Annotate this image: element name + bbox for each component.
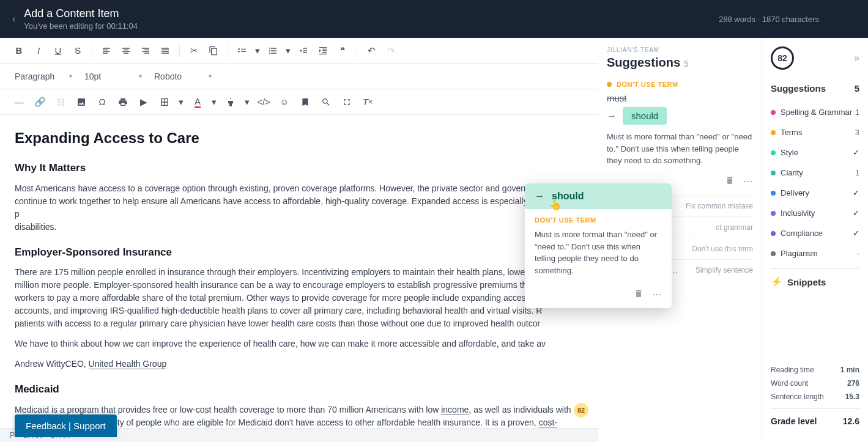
indent-button[interactable] bbox=[314, 42, 332, 60]
suggestion-description: Must is more formal than "need" or "need… bbox=[607, 131, 753, 167]
highlight-button[interactable] bbox=[221, 93, 240, 111]
toolbar-insert: — 🔗 ⛓ Ω ▶ ▾ A ▾ ▾ </> ☺ T× bbox=[0, 89, 598, 115]
print-button[interactable] bbox=[114, 93, 132, 111]
doc-h2-employer: Employer-Sponsored Insurance bbox=[15, 245, 584, 260]
outdent-button[interactable] bbox=[294, 42, 313, 60]
bullet-options-icon[interactable]: ▾ bbox=[253, 42, 262, 60]
undo-button[interactable]: ↶ bbox=[362, 42, 380, 60]
redo-button[interactable]: ↷ bbox=[382, 42, 400, 60]
toolbar-formatting: B I U S ✂ ▾ ▾ ❝ ↶ ↷ bbox=[0, 38, 598, 64]
word-count-label: Word count bbox=[771, 379, 808, 388]
dismiss-icon[interactable] bbox=[725, 175, 735, 188]
category-row[interactable]: Compliance✓ bbox=[771, 223, 859, 243]
edit-timer: You've been editing for 00:11:04 bbox=[24, 21, 138, 31]
doc-h1: Expanding Access to Care bbox=[15, 127, 584, 149]
reading-time-label: Reading time bbox=[771, 366, 814, 374]
suggestions-count: 5 bbox=[684, 59, 689, 68]
link-uhg[interactable]: United Health Group bbox=[89, 359, 167, 369]
term-dot-icon bbox=[607, 82, 612, 87]
quote-button[interactable]: ❝ bbox=[333, 42, 352, 60]
stats-column: 82 » Suggestions5 Spelling & Grammar1Ter… bbox=[762, 38, 868, 442]
editor-column: B I U S ✂ ▾ ▾ ❝ ↶ ↷ Paragraph▾ bbox=[0, 38, 598, 442]
para-3: We have to think about how we can improv… bbox=[15, 337, 584, 350]
fullscreen-button[interactable] bbox=[338, 93, 356, 111]
feedback-button[interactable]: Feedback | Support bbox=[15, 414, 117, 437]
fontfamily-select[interactable]: Roboto▾ bbox=[149, 69, 217, 84]
bullet-list-button[interactable] bbox=[233, 42, 251, 60]
textcolor-button[interactable]: A bbox=[188, 93, 207, 111]
copy-button[interactable] bbox=[204, 42, 223, 60]
suggestions-title: Suggestions bbox=[607, 56, 680, 70]
align-justify-button[interactable] bbox=[156, 42, 174, 60]
more-icon[interactable]: ⋯ bbox=[743, 175, 753, 187]
textcolor-options-icon[interactable]: ▾ bbox=[209, 93, 219, 111]
category-row[interactable]: Plagiarism- bbox=[771, 243, 859, 263]
sentence-length-value: 15.3 bbox=[845, 392, 859, 401]
bolt-icon: ⚡ bbox=[771, 276, 782, 287]
emoji-button[interactable]: ☺ bbox=[275, 93, 294, 111]
align-left-button[interactable] bbox=[97, 42, 116, 60]
category-row[interactable]: Delivery✓ bbox=[771, 183, 859, 203]
app-header: ‹ Add a Content Item You've been editing… bbox=[0, 0, 868, 38]
grade-level-label: Grade level bbox=[771, 416, 817, 426]
search-button[interactable] bbox=[317, 93, 335, 111]
inline-score-badge[interactable]: 82 bbox=[574, 403, 588, 418]
category-row[interactable]: Clarity1 bbox=[771, 163, 859, 183]
popup-apply-row[interactable]: → should bbox=[525, 183, 672, 209]
category-row[interactable]: Spelling & Grammar1 bbox=[771, 102, 859, 122]
expand-icon[interactable]: » bbox=[854, 53, 859, 64]
popup-replacement: should bbox=[552, 191, 584, 202]
table-options-icon[interactable]: ▾ bbox=[176, 93, 186, 111]
bold-button[interactable]: B bbox=[10, 42, 28, 60]
numbered-list-button[interactable] bbox=[264, 42, 282, 60]
video-button[interactable]: ▶ bbox=[135, 93, 153, 111]
arrow-icon: → bbox=[607, 111, 617, 122]
back-icon[interactable]: ‹ bbox=[12, 13, 15, 24]
reading-time-value: 1 min bbox=[840, 366, 859, 374]
editor-content[interactable]: Expanding Access to Care Why It Matters … bbox=[0, 115, 598, 442]
unlink-button[interactable]: ⛓ bbox=[51, 93, 70, 111]
fontsize-select[interactable]: 10pt▾ bbox=[80, 69, 147, 84]
paragraph-select[interactable]: Paragraph▾ bbox=[10, 69, 77, 84]
bookmark-button[interactable] bbox=[296, 93, 314, 111]
snippets-row[interactable]: ⚡Snippets bbox=[771, 268, 859, 295]
code-button[interactable]: </> bbox=[254, 93, 273, 111]
suggestion-replacement[interactable]: should bbox=[623, 107, 667, 125]
para-2: There are 175 million people enrolled in… bbox=[15, 266, 584, 330]
team-label: JILLIAN'S TEAM bbox=[607, 46, 753, 53]
highlight-options-icon[interactable]: ▾ bbox=[242, 93, 252, 111]
popup-description: Must is more formal than "need" or "need… bbox=[535, 229, 662, 276]
image-button[interactable] bbox=[72, 93, 91, 111]
category-row[interactable]: Style✓ bbox=[771, 142, 859, 163]
italic-button[interactable]: I bbox=[29, 42, 48, 60]
toolbar-style: Paragraph▾ 10pt▾ Roboto▾ bbox=[0, 64, 598, 89]
para-4: Andrew WittyCEO, United Health Group bbox=[15, 358, 584, 370]
suggestion-tag: DON'T USE TERM bbox=[617, 81, 678, 88]
strike-button[interactable]: S bbox=[69, 42, 87, 60]
doc-h2-medicaid: Medicaid bbox=[15, 381, 584, 397]
suggestion-strike: must bbox=[607, 93, 753, 103]
suggestion-card-expanded[interactable]: DON'T USE TERM must →should Must is more… bbox=[607, 81, 753, 188]
word-count-value: 276 bbox=[847, 379, 859, 388]
clear-format-button[interactable]: T× bbox=[358, 93, 377, 111]
score-ring[interactable]: 82 bbox=[771, 46, 794, 70]
table-button[interactable] bbox=[155, 93, 174, 111]
numbered-options-icon[interactable]: ▾ bbox=[283, 42, 293, 60]
category-row[interactable]: Inclusivity✓ bbox=[771, 203, 859, 223]
cut-button[interactable]: ✂ bbox=[185, 42, 203, 60]
stats-suggestions-count: 5 bbox=[855, 83, 859, 94]
link-button[interactable]: 🔗 bbox=[31, 93, 49, 111]
underline-button[interactable]: U bbox=[49, 42, 67, 60]
omega-button[interactable]: Ω bbox=[93, 93, 111, 111]
category-row[interactable]: Terms3 bbox=[771, 122, 859, 142]
term-income[interactable]: income bbox=[441, 405, 469, 415]
para-1: Most Americans have access to a coverage… bbox=[15, 182, 584, 234]
hr-button[interactable]: — bbox=[10, 93, 28, 111]
align-center-button[interactable] bbox=[117, 42, 135, 60]
arrow-icon: → bbox=[535, 191, 544, 202]
popup-dismiss-icon[interactable] bbox=[634, 289, 644, 301]
popup-more-icon[interactable]: ⋯ bbox=[652, 289, 662, 301]
doc-stats: 288 words · 1870 characters bbox=[719, 15, 819, 24]
align-right-button[interactable] bbox=[136, 42, 155, 60]
popup-tag: DON'T USE TERM bbox=[535, 216, 662, 224]
